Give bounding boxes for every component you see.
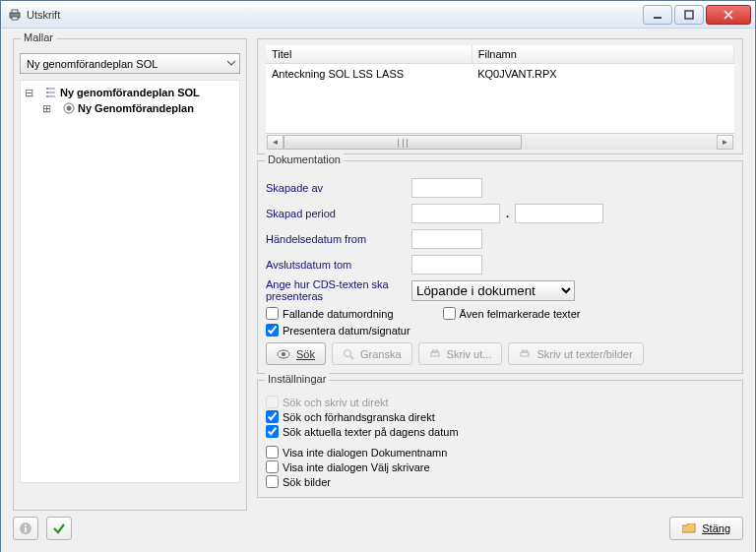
cds-select[interactable]: Löpande i dokument — [411, 280, 575, 301]
col-title[interactable]: Titel — [266, 45, 472, 64]
dokumentation-legend: Dokumentation — [265, 153, 344, 165]
eye-icon — [277, 349, 290, 359]
handelsedatum-input[interactable] — [411, 229, 482, 249]
svg-point-6 — [46, 92, 48, 93]
maximize-button[interactable] — [674, 5, 704, 25]
fallande-label: Fallande datumordning — [283, 308, 394, 320]
target-icon — [62, 102, 76, 114]
svg-rect-17 — [523, 350, 528, 352]
cds-label: Ange hur CDS-texten ska presenteras — [266, 278, 411, 302]
info-button[interactable] — [13, 517, 38, 540]
svg-point-7 — [46, 95, 48, 97]
mallar-legend: Mallar — [21, 31, 56, 43]
tree-child-node[interactable]: ⊞ Ny Genomförandeplan — [23, 100, 237, 116]
installningar-legend: Inställningar — [265, 373, 329, 385]
expand-icon[interactable]: ⊞ — [40, 102, 52, 115]
template-tree[interactable]: ⊟ Ny genomförandeplan SOL ⊞ Ny Genomföra… — [20, 80, 240, 483]
tree-child-label: Ny Genomförandeplan — [76, 102, 194, 114]
svg-line-13 — [350, 356, 353, 359]
stang-button[interactable]: Stäng — [669, 517, 743, 540]
files-table-box: Titel Filnamn Anteckning SOL LSS LASS KQ… — [257, 38, 743, 154]
tree-root-label: Ny genomförandeplan SOL — [58, 87, 200, 98]
titlebar: Utskrift — [1, 1, 755, 29]
visa-valj-label: Visa inte dialogen Välj skrivare — [283, 461, 430, 473]
tree-root-node[interactable]: ⊟ Ny genomförandeplan SOL — [23, 85, 237, 100]
sok-bilder-label: Sök bilder — [283, 476, 331, 488]
installningar-group: Inställningar Sök och skriv ut direkt Sö… — [257, 380, 743, 498]
printer-icon — [7, 7, 23, 23]
svg-rect-4 — [685, 11, 693, 19]
presentera-check[interactable]: Presentera datum/signatur — [266, 324, 734, 337]
info-icon — [19, 521, 32, 535]
printer-small-icon — [519, 348, 531, 360]
chevron-down-icon — [227, 60, 235, 68]
cell-title: Anteckning SOL LSS LASS — [266, 64, 472, 85]
presentera-label: Presentera datum/signatur — [283, 325, 410, 337]
scroll-track[interactable] — [284, 135, 717, 150]
visa-valj-check[interactable]: Visa inte dialogen Välj skrivare — [266, 460, 734, 474]
skapade-av-input[interactable] — [411, 178, 482, 198]
svg-rect-3 — [654, 17, 662, 19]
confirm-button[interactable] — [46, 517, 72, 540]
scroll-left-icon[interactable]: ◄ — [267, 135, 284, 150]
close-window-button[interactable] — [706, 5, 751, 25]
skapad-period-label: Skapad period — [266, 208, 411, 219]
svg-rect-16 — [521, 352, 529, 356]
sok-aktuella-check[interactable]: Sök aktuella texter på dagens datum — [266, 424, 734, 439]
skapad-period-to-input[interactable] — [515, 204, 603, 223]
svg-point-12 — [344, 349, 350, 356]
table-row[interactable]: Anteckning SOL LSS LASS KQ0JVANT.RPX — [266, 64, 734, 85]
aven-check[interactable]: Även felmarkerade texter — [443, 307, 581, 320]
handelsedatum-label: Händelsedatum from — [266, 233, 411, 245]
tree-branch-icon — [44, 87, 58, 98]
svg-point-11 — [282, 352, 285, 356]
aven-label: Även felmarkerade texter — [460, 308, 581, 320]
skriv-ut-button[interactable]: Skriv ut... — [418, 342, 503, 365]
svg-rect-2 — [12, 17, 18, 20]
dokumentation-group: Dokumentation Skapade av Skapad period .… — [257, 160, 743, 374]
sok-direkt-label: Sök och skriv ut direkt — [283, 397, 389, 408]
collapse-icon[interactable]: ⊟ — [23, 87, 34, 99]
svg-point-9 — [67, 106, 72, 111]
period-separator: . — [506, 208, 509, 219]
avslutsdatum-label: Avslutsdatum tom — [266, 259, 411, 271]
files-table[interactable]: Titel Filnamn Anteckning SOL LSS LASS KQ… — [266, 45, 734, 84]
col-filename[interactable]: Filnamn — [472, 45, 733, 64]
cell-filename: KQ0JVANT.RPX — [472, 64, 733, 85]
scroll-right-icon[interactable]: ► — [717, 135, 733, 150]
mallar-dropdown-value: Ny genomförandeplan SOL — [27, 58, 158, 70]
svg-rect-15 — [432, 350, 437, 352]
fallande-check[interactable]: Fallande datumordning — [266, 307, 394, 320]
svg-point-5 — [46, 88, 48, 90]
visa-dok-check[interactable]: Visa inte dialogen Dokumentnamn — [266, 445, 734, 460]
sok-direkt-check: Sök och skriv ut direkt — [266, 395, 734, 409]
stang-label: Stäng — [702, 522, 730, 534]
window: Utskrift Mallar Ny genomförandeplan SOL — [0, 0, 756, 552]
skapade-av-label: Skapade av — [266, 182, 411, 194]
minimize-button[interactable] — [643, 5, 672, 25]
sok-aktuella-label: Sök aktuella texter på dagens datum — [283, 426, 459, 438]
window-title: Utskrift — [27, 9, 641, 21]
scroll-thumb[interactable] — [284, 135, 522, 150]
printer-small-icon — [429, 348, 441, 360]
svg-rect-1 — [12, 10, 18, 13]
magnifier-icon — [343, 348, 354, 360]
mallar-group: Mallar Ny genomförandeplan SOL ⊟ Ny geno… — [13, 38, 247, 511]
folder-icon — [682, 523, 696, 534]
svg-rect-19 — [25, 527, 27, 532]
sok-forhands-label: Sök och förhandsgranska direkt — [283, 411, 435, 423]
check-icon — [52, 521, 66, 535]
avslutsdatum-input[interactable] — [411, 255, 482, 275]
svg-rect-14 — [431, 352, 439, 356]
horizontal-scrollbar[interactable]: ◄ ► — [266, 133, 734, 150]
svg-point-20 — [25, 524, 27, 526]
sok-bilder-check[interactable]: Sök bilder — [266, 474, 734, 489]
skapad-period-from-input[interactable] — [411, 204, 500, 223]
skriv-ut-texter-bilder-button[interactable]: Skriv ut texter/bilder — [508, 342, 643, 365]
granska-button[interactable]: Granska — [332, 342, 412, 365]
sok-forhands-check[interactable]: Sök och förhandsgranska direkt — [266, 409, 734, 424]
visa-dok-label: Visa inte dialogen Dokumentnamn — [283, 447, 447, 459]
mallar-dropdown[interactable]: Ny genomförandeplan SOL — [20, 53, 240, 74]
sok-button[interactable]: Sök — [266, 342, 326, 365]
